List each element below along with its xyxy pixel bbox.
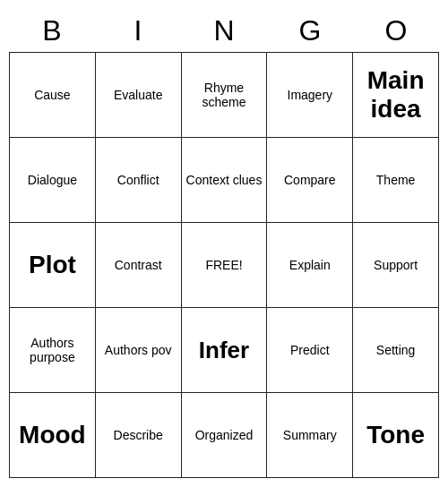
bingo-cell-0: Cause bbox=[10, 53, 96, 138]
bingo-cell-13: Explain bbox=[267, 223, 353, 308]
bingo-cell-21: Describe bbox=[96, 393, 182, 478]
bingo-cell-10: Plot bbox=[10, 223, 96, 308]
bingo-cell-19: Setting bbox=[353, 308, 439, 393]
header-letter-O: O bbox=[353, 9, 439, 52]
bingo-cell-12: FREE! bbox=[182, 223, 268, 308]
bingo-cell-6: Conflict bbox=[96, 138, 182, 223]
bingo-cell-8: Compare bbox=[267, 138, 353, 223]
header-letter-B: B bbox=[9, 9, 95, 52]
bingo-cell-18: Predict bbox=[267, 308, 353, 393]
bingo-cell-17: Infer bbox=[182, 308, 268, 393]
header-letter-N: N bbox=[181, 9, 267, 52]
bingo-cell-5: Dialogue bbox=[10, 138, 96, 223]
bingo-cell-4: Main idea bbox=[353, 53, 439, 138]
bingo-cell-14: Support bbox=[353, 223, 439, 308]
bingo-cell-7: Context clues bbox=[182, 138, 268, 223]
bingo-cell-3: Imagery bbox=[267, 53, 353, 138]
bingo-grid: CauseEvaluateRhyme schemeImageryMain ide… bbox=[9, 52, 439, 478]
bingo-cell-9: Theme bbox=[353, 138, 439, 223]
bingo-cell-2: Rhyme scheme bbox=[182, 53, 268, 138]
bingo-card: BINGO CauseEvaluateRhyme schemeImageryMa… bbox=[9, 9, 439, 478]
bingo-cell-11: Contrast bbox=[96, 223, 182, 308]
bingo-header: BINGO bbox=[9, 9, 439, 52]
bingo-cell-16: Authors pov bbox=[96, 308, 182, 393]
header-letter-I: I bbox=[95, 9, 181, 52]
bingo-cell-15: Authors purpose bbox=[10, 308, 96, 393]
bingo-cell-20: Mood bbox=[10, 393, 96, 478]
header-letter-G: G bbox=[267, 9, 353, 52]
bingo-cell-22: Organized bbox=[182, 393, 268, 478]
bingo-cell-24: Tone bbox=[353, 393, 439, 478]
bingo-cell-23: Summary bbox=[267, 393, 353, 478]
bingo-cell-1: Evaluate bbox=[96, 53, 182, 138]
